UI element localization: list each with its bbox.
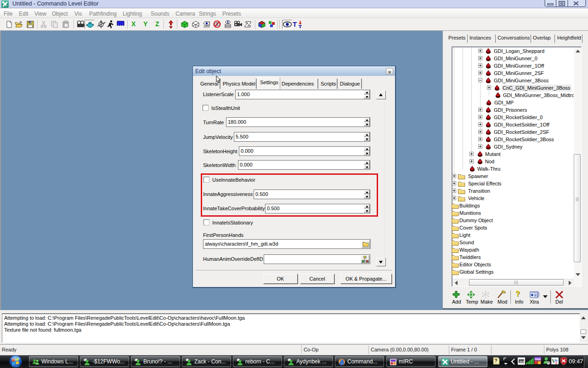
svg-text:m: m	[538, 357, 541, 361]
svg-text:?: ?	[495, 358, 498, 363]
svg-text:c: c	[555, 361, 558, 365]
